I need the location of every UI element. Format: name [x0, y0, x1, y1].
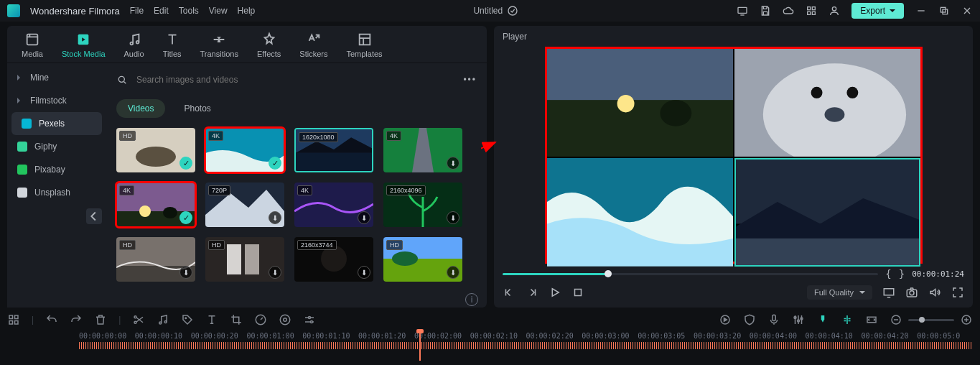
- media-thumb[interactable]: 4K✓: [116, 182, 195, 227]
- redo-icon[interactable]: [70, 313, 83, 326]
- music-icon[interactable]: [157, 313, 169, 326]
- color-icon[interactable]: [279, 313, 291, 326]
- svg-rect-52: [884, 289, 894, 295]
- adjust-icon[interactable]: [303, 313, 316, 326]
- close-icon[interactable]: [961, 5, 973, 17]
- sidebar-item-unsplash[interactable]: Unsplash: [7, 181, 106, 204]
- shield-icon[interactable]: [743, 313, 756, 326]
- resolution-badge: HD: [119, 240, 136, 250]
- tab-transitions[interactable]: Transitions: [200, 32, 238, 58]
- mark-out-icon[interactable]: }: [899, 268, 905, 279]
- timeline-ruler[interactable]: 00:00:00:0000:00:00:1000:00:00:2000:00:0…: [7, 332, 973, 365]
- nav-back-icon[interactable]: [86, 208, 102, 224]
- info-icon[interactable]: i: [465, 293, 478, 306]
- playhead[interactable]: [419, 332, 421, 361]
- tab-effects[interactable]: Effects: [257, 32, 281, 58]
- menu-view[interactable]: View: [209, 6, 228, 16]
- tab-stickers[interactable]: Stickers: [299, 32, 327, 58]
- menu-tools[interactable]: Tools: [179, 6, 199, 16]
- sidebar-item-pixabay[interactable]: Pixabay: [7, 158, 106, 181]
- sidebar-item-label: Mine: [30, 73, 49, 83]
- monitor-icon[interactable]: [882, 286, 895, 299]
- quality-select[interactable]: Full Quality: [807, 285, 872, 300]
- align-icon[interactable]: [841, 313, 854, 326]
- tab-label: Stock Media: [62, 50, 106, 58]
- layout-icon[interactable]: [7, 313, 20, 326]
- preview-viewport[interactable]: [547, 49, 920, 262]
- download-icon[interactable]: ⬇: [358, 266, 370, 279]
- tab-audio[interactable]: Audio: [124, 32, 144, 58]
- scrub-bar[interactable]: { } 00:00:01:24: [503, 266, 964, 282]
- save-icon[interactable]: [760, 5, 771, 17]
- stop-icon[interactable]: [571, 286, 584, 299]
- zoom-out-icon[interactable]: [890, 313, 902, 326]
- sidebar-item-pexels[interactable]: Pexels: [11, 112, 102, 135]
- render-icon[interactable]: [719, 313, 732, 326]
- filter-photos[interactable]: Photos: [172, 99, 222, 118]
- speed-icon[interactable]: [254, 313, 267, 326]
- menu-file[interactable]: File: [130, 6, 144, 16]
- tab-titles[interactable]: Titles: [163, 32, 182, 58]
- download-icon[interactable]: ⬇: [447, 157, 459, 170]
- media-thumb[interactable]: 4K✓: [205, 128, 284, 172]
- svg-rect-57: [9, 321, 13, 325]
- sidebar-item-filmstock[interactable]: Filmstock: [7, 89, 106, 112]
- download-icon[interactable]: ⬇: [269, 211, 281, 224]
- media-thumb[interactable]: 4K⬇: [294, 182, 373, 227]
- media-thumb[interactable]: 1620x1080: [294, 128, 373, 172]
- media-thumb[interactable]: 2160x3744⬇: [294, 237, 373, 282]
- svg-rect-4: [808, 11, 811, 14]
- tab-templates[interactable]: Templates: [346, 32, 382, 58]
- split-icon[interactable]: [132, 313, 145, 326]
- snapshot-icon[interactable]: [905, 286, 918, 299]
- media-thumb[interactable]: 4K⬇: [383, 128, 462, 172]
- mark-in-icon[interactable]: {: [885, 268, 891, 279]
- sidebar-item-label: Filmstock: [30, 96, 67, 106]
- media-thumb[interactable]: 2160x4096⬇: [383, 182, 462, 227]
- zoom-in-icon[interactable]: [960, 313, 973, 326]
- filter-videos[interactable]: Videos: [116, 99, 165, 118]
- more-icon[interactable]: •••: [463, 75, 477, 85]
- export-button[interactable]: Export: [851, 3, 904, 19]
- tag-icon[interactable]: [181, 313, 194, 326]
- menu-help[interactable]: Help: [238, 6, 256, 16]
- menu-edit[interactable]: Edit: [154, 6, 169, 16]
- preview-cell-1: [547, 49, 733, 157]
- download-icon[interactable]: ⬇: [269, 266, 281, 279]
- cloud-icon[interactable]: [783, 5, 794, 17]
- media-thumb[interactable]: HD⬇: [205, 237, 284, 282]
- next-frame-icon[interactable]: [526, 286, 538, 299]
- marker-icon[interactable]: [816, 313, 829, 326]
- volume-icon[interactable]: [928, 286, 941, 299]
- search-input[interactable]: [134, 70, 457, 89]
- minimize-icon[interactable]: [915, 5, 927, 17]
- mixer-icon[interactable]: [792, 313, 805, 326]
- undo-icon[interactable]: [45, 313, 58, 326]
- download-icon[interactable]: ⬇: [358, 211, 370, 224]
- grid-icon[interactable]: [806, 5, 817, 17]
- media-thumb[interactable]: 720P⬇: [205, 182, 284, 227]
- sidebar-item-mine[interactable]: Mine: [7, 66, 106, 89]
- sidebar-item-giphy[interactable]: Giphy: [7, 135, 106, 158]
- download-icon[interactable]: ⬇: [179, 266, 192, 279]
- maximize-icon[interactable]: [938, 5, 950, 17]
- text-icon[interactable]: [205, 313, 218, 326]
- crop-icon[interactable]: [230, 313, 243, 326]
- media-thumb[interactable]: HD✓: [116, 128, 195, 172]
- fit-icon[interactable]: [865, 313, 878, 326]
- play-icon[interactable]: [549, 286, 561, 299]
- media-thumb[interactable]: HD⬇: [383, 237, 462, 282]
- display-icon[interactable]: [737, 5, 748, 17]
- download-icon[interactable]: ⬇: [447, 266, 459, 279]
- download-icon[interactable]: ⬇: [447, 211, 459, 224]
- svg-rect-40: [547, 100, 733, 157]
- delete-icon[interactable]: [94, 313, 107, 326]
- tab-media[interactable]: Media: [22, 32, 43, 58]
- fullscreen-icon[interactable]: [951, 286, 964, 299]
- media-thumb[interactable]: HD⬇: [116, 237, 195, 282]
- zoom-slider[interactable]: [890, 313, 973, 326]
- tab-stock-media[interactable]: Stock Media: [62, 32, 106, 58]
- user-icon[interactable]: [829, 5, 840, 17]
- prev-frame-icon[interactable]: [503, 286, 515, 299]
- mic-icon[interactable]: [767, 313, 780, 326]
